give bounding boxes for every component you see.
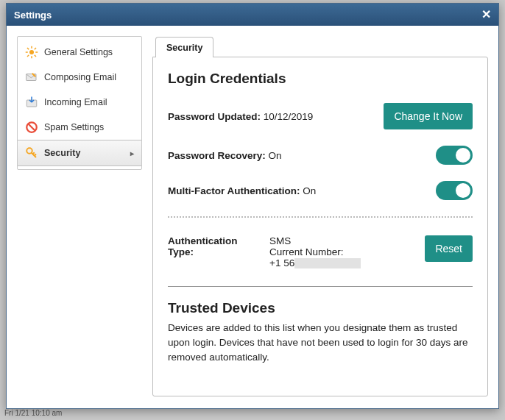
svg-point-0 xyxy=(29,50,34,54)
password-recovery-label: Password Recovery: xyxy=(168,150,266,161)
sidebar-item-label: Composing Email xyxy=(44,72,116,82)
auth-type-value: SMS xyxy=(269,235,361,246)
security-panel: Login Credentials Password Updated: 10/1… xyxy=(152,57,488,396)
sidebar-item-incoming[interactable]: Incoming Email xyxy=(18,90,141,115)
redacted-number xyxy=(294,258,361,268)
svg-line-7 xyxy=(27,55,29,57)
close-icon[interactable]: ✕ xyxy=(481,9,491,21)
reset-mfa-button[interactable]: Reset xyxy=(425,235,473,262)
settings-sidebar: General Settings Composing Email Incomin… xyxy=(17,36,142,170)
current-number-value: +1 56 xyxy=(269,257,294,268)
inbox-icon xyxy=(25,96,38,109)
auth-type-label: Authentication Type: xyxy=(168,235,256,268)
gear-icon xyxy=(25,46,38,59)
auth-type-row: Authentication Type: SMS Current Number:… xyxy=(168,235,473,268)
tab-header: Security xyxy=(155,36,488,57)
compose-icon xyxy=(25,71,38,84)
toggle-knob xyxy=(456,183,470,198)
dialog-body: General Settings Composing Email Incomin… xyxy=(7,26,498,408)
password-updated-value: 10/12/2019 xyxy=(264,111,314,122)
current-number-line: +1 56 xyxy=(269,257,361,268)
mfa-text: Multi-Factor Authentication: On xyxy=(168,185,316,196)
divider-solid xyxy=(168,286,473,287)
svg-line-12 xyxy=(29,124,35,131)
mfa-toggle[interactable] xyxy=(436,181,473,200)
sidebar-item-security[interactable]: Security xyxy=(18,140,141,166)
trusted-devices-heading: Trusted Devices xyxy=(168,300,473,316)
password-recovery-value: On xyxy=(269,150,282,161)
change-password-button[interactable]: Change It Now xyxy=(384,103,473,129)
auth-type-left: Authentication Type: SMS Current Number:… xyxy=(168,235,361,268)
spam-icon xyxy=(25,121,38,134)
key-icon xyxy=(25,146,38,160)
main-panel-area: Security Login Credentials Password Upda… xyxy=(152,36,488,398)
current-number-label: Current Number: xyxy=(269,246,361,257)
sidebar-item-label: Security xyxy=(44,148,80,158)
mfa-value: On xyxy=(303,185,316,196)
sidebar-item-spam[interactable]: Spam Settings xyxy=(18,115,141,140)
dialog-titlebar: Settings ✕ xyxy=(7,4,498,26)
sidebar-item-general[interactable]: General Settings xyxy=(18,40,141,65)
svg-line-8 xyxy=(35,48,36,49)
sidebar-item-label: Spam Settings xyxy=(44,122,104,132)
bg-timestamp: Fri 1/21 10:10 am xyxy=(4,409,62,417)
toggle-knob xyxy=(456,148,470,163)
sidebar-item-label: Incoming Email xyxy=(44,97,107,107)
svg-line-5 xyxy=(27,48,29,49)
password-recovery-toggle[interactable] xyxy=(436,146,473,165)
sidebar-item-composing[interactable]: Composing Email xyxy=(18,65,141,90)
password-recovery-row: Password Recovery: On xyxy=(168,146,473,165)
tab-security[interactable]: Security xyxy=(155,37,213,57)
mfa-row: Multi-Factor Authentication: On xyxy=(168,181,473,200)
password-updated-label: Password Updated: xyxy=(168,111,261,122)
password-recovery-text: Password Recovery: On xyxy=(168,150,282,161)
trusted-devices-desc: Devices are added to this list when you … xyxy=(168,321,473,364)
sidebar-item-label: General Settings xyxy=(44,47,113,57)
divider-dashed xyxy=(168,216,473,218)
login-credentials-heading: Login Credentials xyxy=(168,71,473,87)
password-updated-text: Password Updated: 10/12/2019 xyxy=(168,111,313,122)
svg-line-6 xyxy=(35,55,36,57)
dialog-title: Settings xyxy=(14,10,52,21)
mfa-label: Multi-Factor Authentication: xyxy=(168,185,300,196)
tab-label: Security xyxy=(166,43,202,53)
settings-dialog: Settings ✕ General Settings Composing Em… xyxy=(6,3,499,409)
auth-type-details: SMS Current Number: +1 56 xyxy=(269,235,361,268)
password-updated-row: Password Updated: 10/12/2019 Change It N… xyxy=(168,103,473,129)
